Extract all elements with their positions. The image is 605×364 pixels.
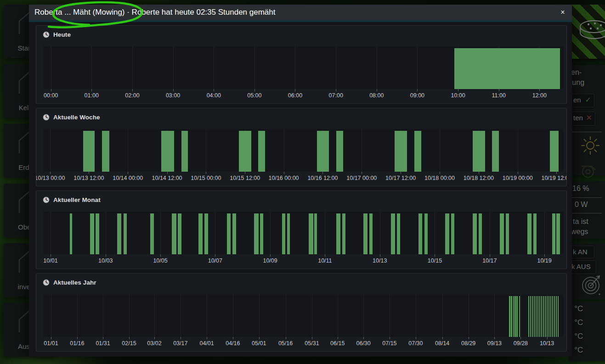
mowing-session-bar [395,131,407,172]
mowing-session-bar [254,213,259,254]
panel-title: Heute [53,31,71,38]
axis-tick [51,89,51,91]
axis-tick [51,337,51,339]
axis-tick-label: 10/14 12:00 [152,175,182,181]
axis-tick-label: 04/01 [199,340,214,347]
axis-tick [442,337,443,339]
chart-axis: 10/0110/0310/0510/0710/0910/1110/1310/15… [43,254,564,266]
axis-tick [322,172,323,174]
mowing-session-bar [509,296,510,337]
panel-title-row: Aktuelles Jahr [43,278,96,287]
mowing-session-bar [150,213,154,254]
mowing-session-bar [511,296,512,337]
axis-tick-label: 05/31 [305,340,319,347]
axis-tick-label: 07/15 [382,340,396,347]
mowing-session-bar [516,296,517,337]
gridline [390,294,390,337]
axis-tick [390,337,390,339]
gridline [132,46,133,89]
panel-jahr: Aktuelles Jahr01/0101/1601/3102/1503/020… [36,273,567,352]
clock-icon [43,279,50,286]
axis-tick [547,337,548,339]
axis-tick-label: 10/03 [98,258,113,264]
mowing-session-bar [336,213,340,254]
mowing-session-bar [548,296,549,337]
gridline [270,212,271,254]
axis-tick [206,172,206,174]
axis-tick-label: 00:00 [44,92,58,99]
axis-tick [89,172,89,174]
mowing-session-bar [539,296,540,337]
axis-tick [181,337,181,339]
mowing-session-bar [124,213,127,254]
mowing-session-bar [556,296,557,337]
mowing-session-bar [336,131,343,172]
chart-plot [43,46,564,89]
axis-tick-label: 06/15 [330,340,345,347]
gridline [338,294,338,337]
chart-axis: 00:0001:0002:0003:0004:0005:0006:0007:00… [43,89,564,101]
gridline [469,294,469,337]
axis-tick [77,337,78,339]
axis-tick [479,172,479,174]
gridline [103,294,103,337]
axis-tick [469,337,469,339]
axis-tick-label: 09:00 [410,92,424,99]
mowing-session-bar [541,296,542,337]
mowing-session-bar [532,296,533,337]
axis-tick-label: 01/31 [96,340,110,347]
mowing-session-bar [342,213,345,254]
mowing-session-bar [543,296,544,337]
mowing-session-bar [536,296,537,337]
mowing-session-bar [90,213,94,254]
gridline [544,212,545,254]
mowing-session-bar [534,296,535,337]
axis-tick [173,89,174,91]
axis-tick-label: 03/17 [173,340,187,347]
gridline [286,294,286,337]
mowing-session-bar [282,213,285,254]
modal-body: Heute00:0001:0002:0003:0004:0005:0006:00… [29,22,572,357]
axis-tick [544,254,545,257]
mowing-session-bar [414,131,421,172]
mowing-session-bar [314,213,317,254]
dialog-header: Roberta ... Mäht (Mowing) · Roberte hat … [29,5,572,22]
gridline [215,212,215,254]
gridline [336,46,336,89]
axis-tick-label: 10/17 12:00 [385,175,416,181]
panel-title-row: Heute [43,30,71,39]
panel-title-row: Aktuelle Woche [43,112,100,122]
close-icon[interactable]: × [557,7,568,18]
gridline [160,212,161,254]
mowing-session-bar [227,213,231,254]
chart-plot [43,212,564,254]
axis-tick-label: 10/13 00:00 [36,175,65,181]
axis-tick-label: 10/15 00:00 [191,175,221,181]
mowing-session-bar [527,213,531,254]
chart-plot [43,129,564,172]
axis-tick-label: 05/01 [252,340,266,347]
gridline [377,46,377,89]
mowing-session-bar [550,131,559,172]
mowing-session-bar [287,213,290,254]
gridline [233,294,233,337]
axis-tick [377,89,377,91]
mowing-session-bar [451,213,454,254]
clock-icon [43,114,50,121]
gridline [440,129,440,172]
mowing-session-bar [545,296,546,337]
axis-tick-label: 01:00 [85,92,99,99]
axis-tick-label: 10/19 00:00 [503,175,533,181]
axis-tick [336,89,336,91]
mowing-session-bar [558,296,559,337]
axis-tick [154,337,155,339]
axis-tick [259,337,260,339]
mowing-session-bar [181,131,188,172]
axis-tick-label: 10/19 12:00 [541,175,567,181]
axis-tick-label: 10/14 00:00 [113,175,143,181]
clock-icon [43,31,50,38]
gridline [154,294,155,337]
axis-tick [254,89,255,91]
mowing-session-bar [260,213,263,254]
axis-tick [284,172,284,174]
